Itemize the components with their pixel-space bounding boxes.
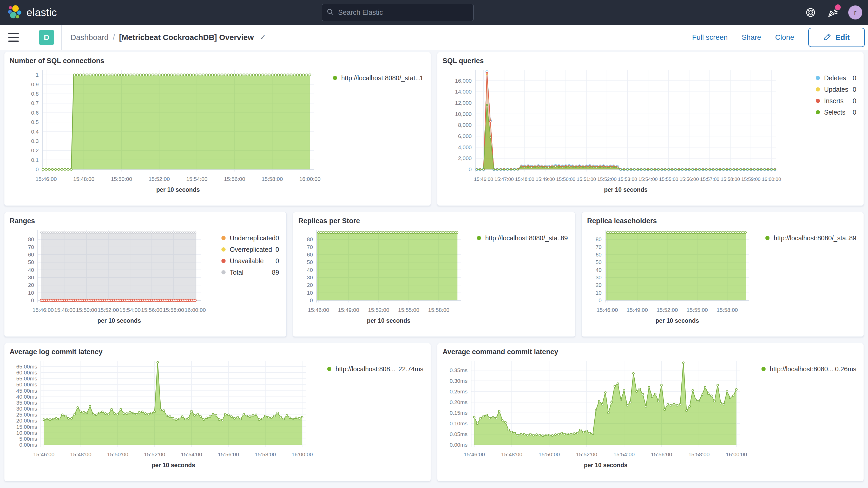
legend-value: 0 bbox=[852, 109, 856, 116]
x-tick-label: 16:00:00 bbox=[726, 451, 747, 457]
y-tick-label: 4,000 bbox=[458, 144, 472, 150]
legend-item[interactable]: Updates0 bbox=[816, 86, 856, 93]
legend-item[interactable]: http://localhost:8080/_sta...89 bbox=[765, 234, 856, 242]
global-search[interactable] bbox=[322, 4, 473, 21]
x-axis-title: per 10 seconds bbox=[97, 317, 141, 324]
news-feed-icon[interactable] bbox=[827, 6, 838, 19]
x-tick-label: 15:49:00 bbox=[338, 307, 359, 313]
y-tick-label: 0.00ms bbox=[450, 442, 467, 448]
panel-average-command-commit-latency: Average command commit latency 0.00ms0.0… bbox=[437, 343, 864, 481]
legend-item[interactable]: http://localhost:8080...0.26ms bbox=[762, 365, 856, 373]
x-tick-label: 15:54:00 bbox=[639, 177, 658, 182]
legend-item[interactable]: http://localhost:8080/_stat...1 bbox=[333, 74, 423, 82]
panel-title: Average log commit latency bbox=[10, 348, 426, 356]
chart-number-of-sql-connections[interactable]: 00.10.20.30.40.50.60.70.80.9115:46:0015:… bbox=[10, 66, 426, 199]
panel-title: Ranges bbox=[10, 217, 281, 225]
panel-title: Replica leaseholders bbox=[587, 217, 858, 225]
legend-item[interactable]: Underreplicated0 bbox=[221, 234, 279, 242]
chart-average-log-commit-latency[interactable]: 0.00ms5.00ms10.00ms15.00ms20.00ms25.00ms… bbox=[10, 358, 426, 475]
y-tick-label: 50.00ms bbox=[16, 382, 37, 388]
series-markers bbox=[40, 299, 196, 302]
divider bbox=[61, 25, 62, 50]
chart-average-command-commit-latency[interactable]: 0.00ms0.05ms0.10ms0.15ms0.20ms0.25ms0.30… bbox=[442, 358, 858, 475]
x-tick-label: 15:46:00 bbox=[308, 307, 329, 313]
chart-replica-leaseholders[interactable]: 0102030405060708015:46:0015:49:0015:52:0… bbox=[587, 226, 858, 330]
y-tick-label: 0.8 bbox=[31, 91, 39, 97]
x-tick-label: 16:00:00 bbox=[299, 176, 321, 182]
chart-replicas-per-store[interactable]: 0102030405060708015:46:0015:49:0015:52:0… bbox=[298, 226, 570, 330]
legend-item[interactable]: Inserts0 bbox=[816, 97, 856, 104]
x-tick-label: 15:58:00 bbox=[255, 451, 276, 457]
y-tick-label: 20.00ms bbox=[16, 418, 37, 424]
y-tick-label: 0.4 bbox=[31, 129, 39, 134]
y-tick-label: 0.25ms bbox=[450, 389, 467, 394]
full-screen-button[interactable]: Full screen bbox=[692, 33, 728, 41]
x-tick-label: 15:56:00 bbox=[224, 176, 245, 182]
x-tick-label: 15:58:00 bbox=[262, 176, 283, 182]
avatar-initial: r bbox=[854, 8, 856, 17]
y-tick-label: 0.15ms bbox=[450, 410, 467, 416]
x-tick-label: 15:50:00 bbox=[111, 176, 132, 182]
legend-dot bbox=[221, 270, 225, 274]
legend-item[interactable]: Overreplicated0 bbox=[221, 246, 279, 253]
x-tick-label: 15:55:00 bbox=[687, 307, 708, 313]
series-markers bbox=[317, 232, 458, 233]
series-markers bbox=[476, 73, 775, 170]
y-tick-label: 0.6 bbox=[31, 110, 39, 116]
edit-button[interactable]: Edit bbox=[808, 28, 865, 47]
y-tick-label: 0.05ms bbox=[450, 431, 467, 437]
panel-replicas-per-store: Replicas per Store 0102030405060708015:4… bbox=[293, 212, 576, 337]
dashboard-app-badge[interactable]: D bbox=[39, 30, 54, 45]
x-tick-label: 15:58:00 bbox=[717, 307, 738, 313]
legend-value: 0 bbox=[276, 234, 279, 242]
legend-item[interactable]: Total89 bbox=[221, 269, 279, 276]
y-tick-label: 50 bbox=[28, 259, 34, 265]
x-axis-title: per 10 seconds bbox=[367, 317, 410, 324]
x-axis-title: per 10 seconds bbox=[152, 462, 195, 468]
legend-dot bbox=[762, 367, 766, 371]
share-button[interactable]: Share bbox=[742, 33, 761, 41]
menu-icon[interactable] bbox=[8, 33, 19, 42]
y-tick-label: 25.00ms bbox=[16, 411, 37, 418]
legend-item[interactable]: Selects0 bbox=[816, 109, 856, 116]
y-tick-label: 0.1 bbox=[31, 157, 39, 163]
y-tick-label: 70 bbox=[596, 244, 601, 250]
panel-title: Number of SQL connections bbox=[10, 57, 426, 65]
user-avatar[interactable]: r bbox=[848, 5, 862, 20]
legend-value: 0 bbox=[276, 246, 279, 253]
legend-item[interactable]: http://localhost:8080/_sta...89 bbox=[477, 234, 568, 242]
page-title[interactable]: [Metricbeat CockroachDB] Overview bbox=[119, 33, 254, 42]
y-tick-label: 10,000 bbox=[455, 111, 472, 117]
x-tick-label: 15:49:00 bbox=[536, 177, 555, 182]
series-markers bbox=[606, 232, 746, 233]
panel-number-of-sql-connections: Number of SQL connections 00.10.20.30.40… bbox=[4, 52, 431, 206]
clone-button[interactable]: Clone bbox=[775, 33, 794, 41]
legend-item[interactable]: Deletes0 bbox=[816, 74, 856, 82]
series-area bbox=[44, 363, 302, 445]
y-tick-label: 50 bbox=[307, 259, 313, 265]
legend-value: 89 bbox=[561, 234, 568, 242]
legend-item[interactable]: Unavailable0 bbox=[221, 257, 279, 265]
legend-item[interactable]: http://localhost:808...22.74ms bbox=[327, 365, 423, 373]
pencil-icon bbox=[824, 32, 832, 42]
brand-text: elastic bbox=[27, 7, 57, 19]
y-tick-label: 0.2 bbox=[31, 147, 39, 153]
x-tick-label: 15:53:00 bbox=[618, 177, 637, 182]
legend-label: http://localhost:808... bbox=[336, 365, 396, 373]
chart-ranges[interactable]: 0102030405060708015:46:0015:48:0015:50:0… bbox=[10, 226, 281, 330]
y-tick-label: 70 bbox=[28, 244, 34, 250]
help-icon[interactable] bbox=[805, 6, 816, 19]
search-input[interactable] bbox=[338, 8, 469, 17]
series-area bbox=[317, 233, 458, 300]
chart-sql-queries[interactable]: 02,0004,0006,0008,00010,00012,00014,0001… bbox=[442, 66, 858, 199]
y-tick-label: 20 bbox=[307, 282, 313, 288]
breadcrumb-dashboard-link[interactable]: Dashboard bbox=[70, 33, 108, 42]
elastic-brand[interactable]: elastic bbox=[0, 4, 57, 21]
panel-average-log-commit-latency: Average log commit latency 0.00ms5.00ms1… bbox=[4, 343, 431, 481]
y-tick-label: 0.20ms bbox=[450, 399, 467, 405]
y-tick-label: 30 bbox=[307, 274, 313, 280]
x-tick-label: 15:58:00 bbox=[163, 307, 184, 313]
series-line bbox=[44, 363, 302, 420]
x-tick-label: 15:58:00 bbox=[428, 307, 450, 313]
chart-svg: 00.10.20.30.40.50.60.70.80.9115:46:0015:… bbox=[10, 66, 426, 199]
